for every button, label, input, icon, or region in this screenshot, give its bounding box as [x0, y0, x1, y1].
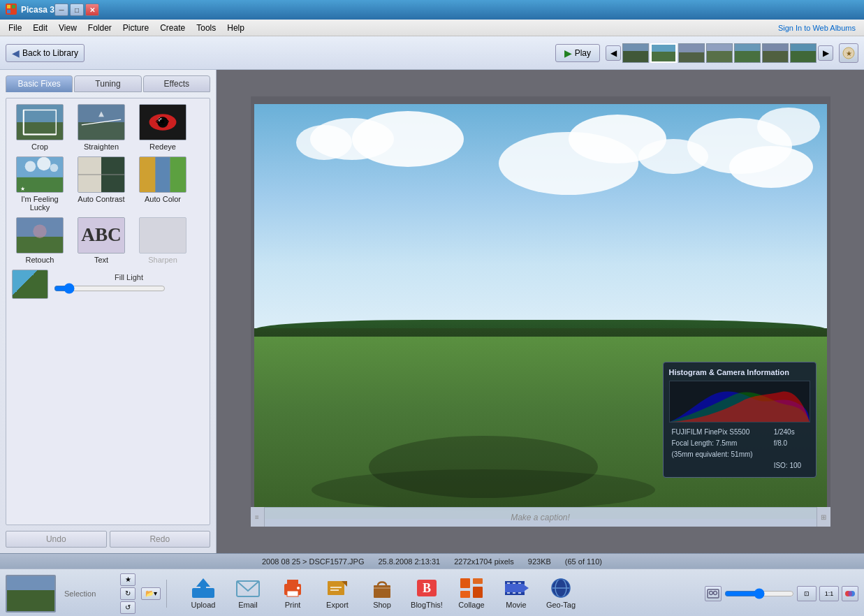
- geotag-action[interactable]: Geo-Tag: [541, 575, 580, 609]
- fit-view-button[interactable]: ⊡: [797, 586, 817, 601]
- rotate-cw-button[interactable]: ↻: [120, 587, 136, 600]
- back-to-library-button[interactable]: ◀ Back to Library: [6, 44, 85, 62]
- maximize-button[interactable]: □: [70, 3, 84, 16]
- filmstrip-thumb-5[interactable]: [734, 43, 761, 63]
- shop-action[interactable]: Shop: [363, 575, 402, 609]
- svg-rect-31: [140, 157, 155, 192]
- blogthis-action[interactable]: B BlogThis!: [407, 575, 446, 609]
- email-label: Email: [238, 601, 258, 609]
- filmstrip-next[interactable]: ▶: [818, 45, 833, 61]
- svg-rect-55: [473, 578, 483, 584]
- color-picker-button[interactable]: [842, 586, 858, 601]
- svg-point-25: [50, 163, 59, 172]
- filmstrip-thumb-4[interactable]: [706, 43, 733, 63]
- star-action-button[interactable]: ★: [120, 573, 136, 586]
- tool-auto-color[interactable]: Auto Color: [135, 156, 191, 212]
- play-button[interactable]: ▶ Play: [555, 44, 600, 62]
- lucky-label: I'm Feeling Lucky: [12, 195, 68, 212]
- menu-file[interactable]: File: [3, 22, 27, 34]
- album-button[interactable]: 📂▾: [141, 587, 161, 600]
- app-title: Picasa 3: [21, 5, 54, 15]
- email-action[interactable]: Email: [228, 575, 268, 609]
- camera-info: FUJIFILM FinePix S5500 1/240s Focal Leng…: [669, 427, 810, 471]
- fill-light-section: Fill Light: [12, 270, 204, 299]
- menu-help[interactable]: Help: [221, 22, 250, 34]
- svg-marker-67: [525, 585, 529, 591]
- collage-action[interactable]: Collage: [452, 575, 491, 609]
- tool-auto-contrast[interactable]: Auto Contrast: [73, 156, 129, 212]
- retouch-label: Retouch: [26, 256, 54, 264]
- redo-button[interactable]: Redo: [110, 531, 211, 548]
- filmstrip-thumb-1[interactable]: [622, 43, 649, 63]
- upload-action[interactable]: Upload: [184, 575, 223, 609]
- actual-size-button[interactable]: 1:1: [819, 586, 839, 601]
- tool-retouch[interactable]: Retouch: [12, 217, 68, 264]
- tool-sharpen[interactable]: Sharpen: [135, 217, 191, 264]
- minimize-button[interactable]: ─: [54, 3, 68, 16]
- sharpen-label: Sharpen: [148, 256, 177, 264]
- main-content: Basic Fixes Tuning Effects: [0, 70, 864, 553]
- menu-folder[interactable]: Folder: [82, 22, 117, 34]
- svg-point-19: [157, 117, 168, 128]
- export-action[interactable]: Export: [318, 575, 357, 609]
- histogram-popup: Histogram & Camera Information FUJI: [663, 362, 817, 478]
- svg-rect-2: [12, 5, 15, 8]
- titlebar: Picasa 3 ─ □ ✕: [0, 0, 864, 20]
- star-button[interactable]: ★: [839, 43, 858, 63]
- statusbar: 2008 08 25 > DSCF1577.JPG 25.8.2008 2:13…: [0, 553, 864, 569]
- menu-tools[interactable]: Tools: [191, 22, 221, 34]
- undo-button[interactable]: Undo: [6, 531, 107, 548]
- face-detect-button[interactable]: [705, 586, 722, 601]
- rotate-ccw-button[interactable]: ↺: [120, 601, 136, 614]
- tab-basic-fixes[interactable]: Basic Fixes: [6, 75, 73, 92]
- tool-crop[interactable]: Crop: [12, 104, 68, 151]
- tab-effects[interactable]: Effects: [143, 75, 210, 92]
- tools-row-1: Crop Straighten: [12, 104, 204, 151]
- upload-icon: [189, 575, 217, 601]
- thumbnail-preview[interactable]: [6, 575, 56, 613]
- fill-light-slider[interactable]: [54, 283, 166, 294]
- svg-rect-43: [287, 580, 298, 585]
- tool-text[interactable]: ABC Text: [73, 217, 129, 264]
- fill-light-label: Fill Light: [54, 273, 204, 281]
- svg-point-45: [297, 587, 300, 589]
- tab-tuning[interactable]: Tuning: [74, 75, 141, 92]
- expand-indicator[interactable]: ⊞: [817, 507, 830, 527]
- tool-redeye[interactable]: Redeye: [135, 104, 191, 151]
- movie-action[interactable]: Movie: [497, 575, 536, 609]
- status-dimensions: 2272x1704 pixels: [454, 557, 514, 566]
- svg-text:★: ★: [20, 186, 25, 192]
- text-label: Text: [94, 256, 108, 264]
- scroll-indicator[interactable]: ≡: [251, 507, 265, 527]
- menu-view[interactable]: View: [53, 22, 82, 34]
- crop-label: Crop: [31, 142, 48, 151]
- filmstrip-prev[interactable]: ◀: [606, 45, 621, 61]
- menu-edit[interactable]: Edit: [27, 22, 53, 34]
- filmstrip-thumb-7[interactable]: [790, 43, 817, 63]
- tools-row-2: ★ I'm Feeling Lucky Auto Contrast: [12, 156, 204, 212]
- svg-point-36: [33, 224, 46, 237]
- svg-rect-1: [7, 5, 10, 8]
- filmstrip-thumb-6[interactable]: [762, 43, 789, 63]
- menu-create[interactable]: Create: [154, 22, 191, 34]
- zoom-slider[interactable]: [724, 588, 794, 599]
- svg-point-77: [848, 591, 852, 596]
- svg-text:★: ★: [846, 50, 852, 57]
- svg-rect-3: [7, 10, 10, 13]
- signin-link[interactable]: Sign In to Web Albums: [778, 24, 861, 32]
- image-area: Histogram & Camera Information FUJI: [217, 70, 864, 553]
- menu-picture[interactable]: Picture: [117, 22, 154, 34]
- close-button[interactable]: ✕: [85, 3, 99, 16]
- filmstrip-thumb-3[interactable]: [678, 43, 705, 63]
- play-label: Play: [575, 48, 591, 58]
- tool-straighten[interactable]: Straighten: [73, 104, 129, 151]
- sky: [254, 104, 827, 332]
- undo-redo-section: Undo Redo: [6, 531, 210, 548]
- caption-placeholder[interactable]: Make a caption!: [511, 513, 570, 522]
- filmstrip-thumb-2[interactable]: [650, 43, 677, 63]
- svg-rect-49: [330, 589, 339, 591]
- auto-contrast-label: Auto Contrast: [78, 195, 124, 203]
- tool-lucky[interactable]: ★ I'm Feeling Lucky: [12, 156, 68, 212]
- print-action[interactable]: Print: [273, 575, 312, 609]
- back-label: Back to Library: [22, 48, 78, 58]
